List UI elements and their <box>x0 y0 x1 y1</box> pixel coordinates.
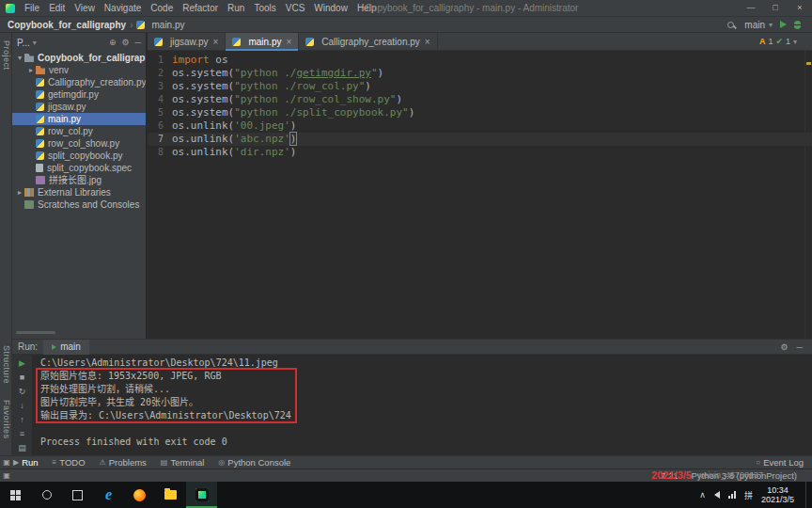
project-tree-item[interactable]: split_copybook.py <box>12 150 146 162</box>
project-view-select[interactable]: P... <box>17 38 30 48</box>
soft-wrap-button[interactable]: ≡ <box>20 427 24 441</box>
code-line[interactable]: 2os.system("python ./getimgdir.py") <box>148 67 812 80</box>
debug-button[interactable] <box>794 21 801 29</box>
menu-item-run[interactable]: Run <box>223 3 249 13</box>
menu-item-window[interactable]: Window <box>309 3 352 13</box>
menu-item-code[interactable]: Code <box>146 3 178 13</box>
gear-icon[interactable]: ⚙ <box>122 38 130 47</box>
rerun-button[interactable]: ▶ <box>19 357 25 371</box>
run-tab-main[interactable]: main <box>43 340 89 355</box>
editor-tab[interactable]: jigsaw.py× <box>148 33 226 51</box>
favorites-tool-button[interactable]: Favorites <box>2 400 11 439</box>
menu-item-edit[interactable]: Edit <box>44 3 70 13</box>
editor-scrollbar[interactable] <box>804 51 812 339</box>
tray-chevron-icon[interactable]: ∧ <box>699 490 706 500</box>
toolwindow-button-terminal[interactable]: ▤Terminal <box>161 457 204 468</box>
tab-close-icon[interactable]: × <box>286 37 291 47</box>
console-output[interactable]: C:\Users\Administrator\Desktop\724\11.jp… <box>33 355 812 455</box>
scroll-down-button[interactable]: ↓ <box>20 399 24 413</box>
code-line[interactable]: 7os.unlink('abc.npz') <box>148 133 812 146</box>
toolwindow-button-python-console[interactable]: ◎Python Console <box>218 457 290 468</box>
network-icon[interactable] <box>728 491 736 499</box>
show-desktop-button[interactable] <box>805 482 810 508</box>
menu-item-vcs[interactable]: VCS <box>281 3 310 13</box>
image-icon <box>36 176 45 184</box>
project-tree-item[interactable]: getimgdir.py <box>12 88 146 101</box>
code-editor[interactable]: 1import os2os.system("python ./getimgdir… <box>148 51 812 339</box>
pycharm-taskbar-button[interactable] <box>186 482 217 508</box>
quick-access-icon[interactable]: ▣ <box>0 471 13 480</box>
restart-button[interactable]: ↻ <box>19 385 26 399</box>
tree-arrow-icon[interactable]: ▸ <box>15 186 24 198</box>
project-tree-item[interactable]: row_col_show.py <box>12 137 146 150</box>
project-tree-item[interactable]: main.py <box>12 113 146 125</box>
horizontal-scrollbar[interactable] <box>16 331 55 334</box>
search-button[interactable] <box>31 482 62 508</box>
chevron-down-icon: ▾ <box>33 39 37 47</box>
tab-close-icon[interactable]: × <box>213 37 219 47</box>
menu-item-view[interactable]: View <box>70 3 100 13</box>
project-tree-item[interactable]: Calligraphy_creation.py <box>12 76 146 88</box>
volume-icon[interactable] <box>714 491 720 499</box>
menu-item-file[interactable]: File <box>20 3 44 13</box>
menu-item-navigate[interactable]: Navigate <box>100 3 146 13</box>
code-line[interactable]: 4os.system("python ./row_col_show.py") <box>148 93 812 106</box>
warning-stripe-mark[interactable] <box>806 62 811 65</box>
project-tree-item[interactable]: ▸venv <box>12 64 146 76</box>
start-button[interactable] <box>0 482 31 508</box>
menu-item-tools[interactable]: Tools <box>249 3 280 13</box>
stop-button[interactable]: ■ <box>20 371 24 385</box>
project-tree-item[interactable]: ▾Copybook_for_calligraphy <box>12 52 146 64</box>
interpreter-widget[interactable]: Python 3.8 (pythonProject) <box>692 470 797 481</box>
inspection-widget[interactable]: A 1 ✔ 1 ▾ <box>759 37 797 46</box>
tool-window-switcher-icon[interactable]: ▣ <box>0 458 13 467</box>
scroll-up-button[interactable]: ↑ <box>20 413 24 427</box>
code-line[interactable]: 5os.system("python ./split_copybook.py") <box>148 106 812 119</box>
project-tree-item[interactable]: ▸External Libraries <box>12 186 146 198</box>
edge-taskbar-button[interactable]: e <box>93 482 124 508</box>
editor-tab[interactable]: main.py× <box>226 33 299 51</box>
title-bar: FileEditViewNavigateCodeRefactorRunTools… <box>0 0 812 16</box>
pycharm-window: FileEditViewNavigateCodeRefactorRunTools… <box>0 0 812 508</box>
project-tree-item[interactable]: split_copybook.spec <box>12 162 146 174</box>
menu-item-help[interactable]: Help <box>352 3 382 13</box>
project-tree-item[interactable]: Scratches and Consoles <box>12 198 146 211</box>
task-view-button[interactable] <box>62 482 93 508</box>
code-line[interactable]: 8os.unlink('dir.npz') <box>148 146 812 159</box>
minimize-button[interactable]: — <box>739 0 763 16</box>
tab-close-icon[interactable]: × <box>425 37 430 47</box>
clear-output-button[interactable]: ▤ <box>18 441 26 455</box>
code-line[interactable]: 3os.system("python ./row_col.py") <box>148 80 812 93</box>
firefox-taskbar-button[interactable] <box>124 482 155 508</box>
structure-tool-button[interactable]: Structure <box>2 345 11 384</box>
toolwindow-button-todo[interactable]: ≡TODO <box>53 457 86 468</box>
gear-icon[interactable]: ⚙ <box>781 342 789 352</box>
explorer-taskbar-button[interactable] <box>155 482 186 508</box>
project-tool-button[interactable]: Project <box>2 40 11 71</box>
menu-item-refactor[interactable]: Refactor <box>178 3 223 13</box>
tree-arrow-icon[interactable]: ▾ <box>15 52 24 64</box>
project-tree-item[interactable]: row_col.py <box>12 125 146 137</box>
breadcrumb-file[interactable]: main.py <box>136 20 184 30</box>
ime-indicator[interactable]: 拼 <box>744 489 753 501</box>
close-button[interactable]: × <box>788 0 812 16</box>
code-line[interactable]: 6os.unlink('00.jpeg') <box>148 119 812 133</box>
maximize-button[interactable]: □ <box>763 0 788 16</box>
hide-panel-icon[interactable]: ─ <box>135 38 141 47</box>
project-tree-item[interactable]: jigsaw.py <box>12 101 146 113</box>
breadcrumb-project[interactable]: Copybook_for_calligraphy <box>8 20 126 30</box>
toolwindow-button-problems[interactable]: ⚠Problems <box>100 457 147 468</box>
tree-arrow-icon[interactable]: ▸ <box>26 64 36 76</box>
hide-panel-icon[interactable]: ─ <box>797 342 803 352</box>
editor-tab[interactable]: Calligraphy_creation.py× <box>299 33 437 51</box>
search-everywhere-icon[interactable] <box>727 22 734 28</box>
event-log-button[interactable]: ○ Event Log <box>756 457 812 468</box>
run-configuration-select[interactable]: main ▾ <box>744 20 773 30</box>
locate-file-icon[interactable]: ⊕ <box>109 38 117 47</box>
taskbar-clock[interactable]: 10:34 2021/3/5 <box>761 485 794 504</box>
code-line[interactable]: 1import os <box>148 54 812 67</box>
caret-position[interactable]: 7:21 <box>661 470 679 481</box>
toolwindow-button-run[interactable]: ▶Run <box>13 457 39 468</box>
project-tree-item[interactable]: 拼接长图.jpg <box>12 174 146 186</box>
run-button[interactable] <box>780 21 787 28</box>
